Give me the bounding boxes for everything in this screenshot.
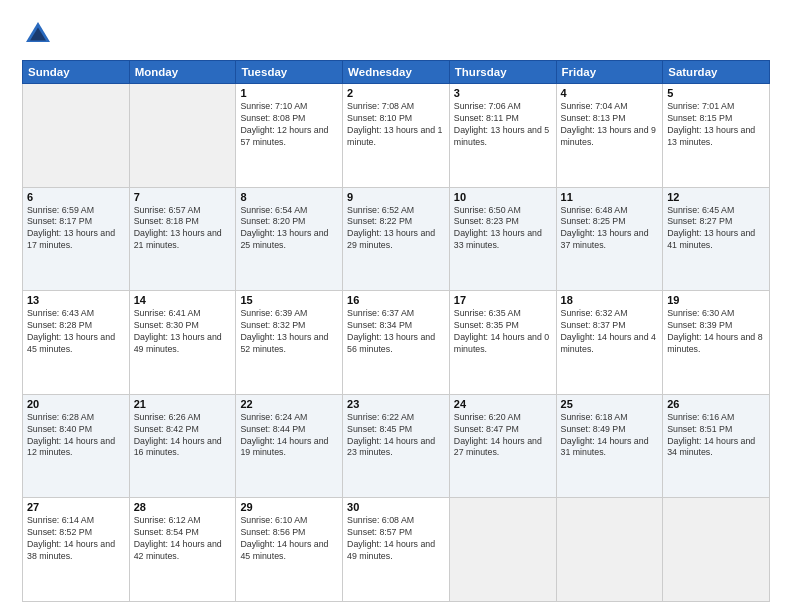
day-number: 15: [240, 294, 338, 306]
calendar-cell: 19Sunrise: 6:30 AM Sunset: 8:39 PM Dayli…: [663, 291, 770, 395]
day-info: Sunrise: 6:50 AM Sunset: 8:23 PM Dayligh…: [454, 205, 552, 253]
day-info: Sunrise: 6:37 AM Sunset: 8:34 PM Dayligh…: [347, 308, 445, 356]
day-info: Sunrise: 6:22 AM Sunset: 8:45 PM Dayligh…: [347, 412, 445, 460]
calendar-cell: 15Sunrise: 6:39 AM Sunset: 8:32 PM Dayli…: [236, 291, 343, 395]
calendar-cell: 21Sunrise: 6:26 AM Sunset: 8:42 PM Dayli…: [129, 394, 236, 498]
day-info: Sunrise: 6:54 AM Sunset: 8:20 PM Dayligh…: [240, 205, 338, 253]
day-number: 4: [561, 87, 659, 99]
calendar-header-row: SundayMondayTuesdayWednesdayThursdayFrid…: [23, 61, 770, 84]
day-number: 22: [240, 398, 338, 410]
calendar-cell: 3Sunrise: 7:06 AM Sunset: 8:11 PM Daylig…: [449, 84, 556, 188]
calendar-cell: [129, 84, 236, 188]
day-info: Sunrise: 6:32 AM Sunset: 8:37 PM Dayligh…: [561, 308, 659, 356]
calendar-cell: 2Sunrise: 7:08 AM Sunset: 8:10 PM Daylig…: [343, 84, 450, 188]
day-info: Sunrise: 6:35 AM Sunset: 8:35 PM Dayligh…: [454, 308, 552, 356]
calendar-table: SundayMondayTuesdayWednesdayThursdayFrid…: [22, 60, 770, 602]
day-info: Sunrise: 6:59 AM Sunset: 8:17 PM Dayligh…: [27, 205, 125, 253]
day-info: Sunrise: 6:48 AM Sunset: 8:25 PM Dayligh…: [561, 205, 659, 253]
day-info: Sunrise: 6:57 AM Sunset: 8:18 PM Dayligh…: [134, 205, 232, 253]
day-info: Sunrise: 7:06 AM Sunset: 8:11 PM Dayligh…: [454, 101, 552, 149]
day-number: 30: [347, 501, 445, 513]
calendar-cell: 16Sunrise: 6:37 AM Sunset: 8:34 PM Dayli…: [343, 291, 450, 395]
calendar-week-row: 13Sunrise: 6:43 AM Sunset: 8:28 PM Dayli…: [23, 291, 770, 395]
day-number: 2: [347, 87, 445, 99]
calendar-cell: 12Sunrise: 6:45 AM Sunset: 8:27 PM Dayli…: [663, 187, 770, 291]
day-info: Sunrise: 6:43 AM Sunset: 8:28 PM Dayligh…: [27, 308, 125, 356]
day-of-week-header: Friday: [556, 61, 663, 84]
day-info: Sunrise: 6:16 AM Sunset: 8:51 PM Dayligh…: [667, 412, 765, 460]
calendar-cell: 6Sunrise: 6:59 AM Sunset: 8:17 PM Daylig…: [23, 187, 130, 291]
day-number: 7: [134, 191, 232, 203]
day-info: Sunrise: 6:28 AM Sunset: 8:40 PM Dayligh…: [27, 412, 125, 460]
day-info: Sunrise: 7:04 AM Sunset: 8:13 PM Dayligh…: [561, 101, 659, 149]
day-number: 16: [347, 294, 445, 306]
calendar-cell: [556, 498, 663, 602]
calendar-cell: 1Sunrise: 7:10 AM Sunset: 8:08 PM Daylig…: [236, 84, 343, 188]
day-number: 17: [454, 294, 552, 306]
day-info: Sunrise: 6:12 AM Sunset: 8:54 PM Dayligh…: [134, 515, 232, 563]
calendar-cell: 10Sunrise: 6:50 AM Sunset: 8:23 PM Dayli…: [449, 187, 556, 291]
day-info: Sunrise: 6:26 AM Sunset: 8:42 PM Dayligh…: [134, 412, 232, 460]
day-info: Sunrise: 6:52 AM Sunset: 8:22 PM Dayligh…: [347, 205, 445, 253]
day-number: 18: [561, 294, 659, 306]
day-of-week-header: Sunday: [23, 61, 130, 84]
calendar-week-row: 6Sunrise: 6:59 AM Sunset: 8:17 PM Daylig…: [23, 187, 770, 291]
calendar-week-row: 1Sunrise: 7:10 AM Sunset: 8:08 PM Daylig…: [23, 84, 770, 188]
day-number: 5: [667, 87, 765, 99]
day-number: 3: [454, 87, 552, 99]
calendar-cell: 28Sunrise: 6:12 AM Sunset: 8:54 PM Dayli…: [129, 498, 236, 602]
day-info: Sunrise: 6:41 AM Sunset: 8:30 PM Dayligh…: [134, 308, 232, 356]
day-info: Sunrise: 6:30 AM Sunset: 8:39 PM Dayligh…: [667, 308, 765, 356]
calendar-cell: 24Sunrise: 6:20 AM Sunset: 8:47 PM Dayli…: [449, 394, 556, 498]
calendar-week-row: 27Sunrise: 6:14 AM Sunset: 8:52 PM Dayli…: [23, 498, 770, 602]
calendar-cell: 17Sunrise: 6:35 AM Sunset: 8:35 PM Dayli…: [449, 291, 556, 395]
day-info: Sunrise: 6:14 AM Sunset: 8:52 PM Dayligh…: [27, 515, 125, 563]
day-info: Sunrise: 6:20 AM Sunset: 8:47 PM Dayligh…: [454, 412, 552, 460]
calendar-cell: 5Sunrise: 7:01 AM Sunset: 8:15 PM Daylig…: [663, 84, 770, 188]
day-number: 13: [27, 294, 125, 306]
calendar-week-row: 20Sunrise: 6:28 AM Sunset: 8:40 PM Dayli…: [23, 394, 770, 498]
calendar-cell: 25Sunrise: 6:18 AM Sunset: 8:49 PM Dayli…: [556, 394, 663, 498]
day-number: 8: [240, 191, 338, 203]
day-info: Sunrise: 7:01 AM Sunset: 8:15 PM Dayligh…: [667, 101, 765, 149]
header: [22, 18, 770, 50]
day-number: 24: [454, 398, 552, 410]
day-number: 23: [347, 398, 445, 410]
calendar-cell: 8Sunrise: 6:54 AM Sunset: 8:20 PM Daylig…: [236, 187, 343, 291]
calendar-cell: 23Sunrise: 6:22 AM Sunset: 8:45 PM Dayli…: [343, 394, 450, 498]
calendar-cell: 4Sunrise: 7:04 AM Sunset: 8:13 PM Daylig…: [556, 84, 663, 188]
day-number: 14: [134, 294, 232, 306]
day-of-week-header: Wednesday: [343, 61, 450, 84]
calendar-cell: 11Sunrise: 6:48 AM Sunset: 8:25 PM Dayli…: [556, 187, 663, 291]
day-of-week-header: Monday: [129, 61, 236, 84]
day-of-week-header: Tuesday: [236, 61, 343, 84]
day-number: 19: [667, 294, 765, 306]
day-of-week-header: Saturday: [663, 61, 770, 84]
logo: [22, 18, 60, 50]
calendar-cell: 30Sunrise: 6:08 AM Sunset: 8:57 PM Dayli…: [343, 498, 450, 602]
calendar-cell: 20Sunrise: 6:28 AM Sunset: 8:40 PM Dayli…: [23, 394, 130, 498]
day-number: 12: [667, 191, 765, 203]
day-number: 11: [561, 191, 659, 203]
calendar-cell: [23, 84, 130, 188]
day-number: 20: [27, 398, 125, 410]
day-of-week-header: Thursday: [449, 61, 556, 84]
day-number: 1: [240, 87, 338, 99]
day-number: 27: [27, 501, 125, 513]
day-info: Sunrise: 6:18 AM Sunset: 8:49 PM Dayligh…: [561, 412, 659, 460]
day-info: Sunrise: 6:45 AM Sunset: 8:27 PM Dayligh…: [667, 205, 765, 253]
page: SundayMondayTuesdayWednesdayThursdayFrid…: [0, 0, 792, 612]
day-number: 9: [347, 191, 445, 203]
day-info: Sunrise: 7:08 AM Sunset: 8:10 PM Dayligh…: [347, 101, 445, 149]
day-info: Sunrise: 6:10 AM Sunset: 8:56 PM Dayligh…: [240, 515, 338, 563]
calendar-cell: 27Sunrise: 6:14 AM Sunset: 8:52 PM Dayli…: [23, 498, 130, 602]
day-number: 29: [240, 501, 338, 513]
day-info: Sunrise: 7:10 AM Sunset: 8:08 PM Dayligh…: [240, 101, 338, 149]
calendar-cell: 13Sunrise: 6:43 AM Sunset: 8:28 PM Dayli…: [23, 291, 130, 395]
calendar-cell: 18Sunrise: 6:32 AM Sunset: 8:37 PM Dayli…: [556, 291, 663, 395]
day-number: 21: [134, 398, 232, 410]
calendar-cell: 9Sunrise: 6:52 AM Sunset: 8:22 PM Daylig…: [343, 187, 450, 291]
calendar-cell: 22Sunrise: 6:24 AM Sunset: 8:44 PM Dayli…: [236, 394, 343, 498]
calendar-cell: 26Sunrise: 6:16 AM Sunset: 8:51 PM Dayli…: [663, 394, 770, 498]
day-info: Sunrise: 6:39 AM Sunset: 8:32 PM Dayligh…: [240, 308, 338, 356]
